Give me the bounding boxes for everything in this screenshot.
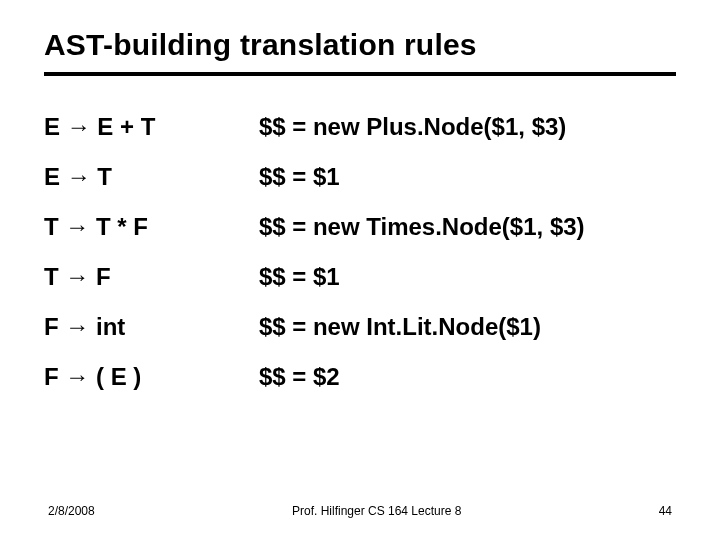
footer: 2/8/2008 44 Prof. Hilfinger CS 164 Lectu… <box>0 504 720 518</box>
action-cell: $$ = new Times.Node($1, $3) <box>259 202 676 252</box>
slide: AST-building translation rules E → E + T… <box>0 0 720 540</box>
table-row: F → ( E ) $$ = $2 <box>44 352 676 402</box>
action-cell: $$ = $1 <box>259 252 676 302</box>
action-cell: $$ = $1 <box>259 152 676 202</box>
table-row: E → E + T $$ = new Plus.Node($1, $3) <box>44 102 676 152</box>
action-cell: $$ = new Plus.Node($1, $3) <box>259 102 676 152</box>
slide-title: AST-building translation rules <box>44 28 676 62</box>
action-cell: $$ = $2 <box>259 352 676 402</box>
footer-date: 2/8/2008 <box>48 504 95 518</box>
footer-page-number: 44 <box>659 504 672 518</box>
table-row: F → int $$ = new Int.Lit.Node($1) <box>44 302 676 352</box>
production-cell: F → ( E ) <box>44 352 259 402</box>
table-row: E → T $$ = $1 <box>44 152 676 202</box>
table-row: T → F $$ = $1 <box>44 252 676 302</box>
footer-center: Prof. Hilfinger CS 164 Lecture 8 <box>48 504 672 518</box>
rules-table: E → E + T $$ = new Plus.Node($1, $3) E →… <box>44 102 676 402</box>
title-underline <box>44 72 676 76</box>
production-cell: T → F <box>44 252 259 302</box>
production-cell: E → E + T <box>44 102 259 152</box>
action-cell: $$ = new Int.Lit.Node($1) <box>259 302 676 352</box>
production-cell: F → int <box>44 302 259 352</box>
table-row: T → T * F $$ = new Times.Node($1, $3) <box>44 202 676 252</box>
production-cell: E → T <box>44 152 259 202</box>
production-cell: T → T * F <box>44 202 259 252</box>
